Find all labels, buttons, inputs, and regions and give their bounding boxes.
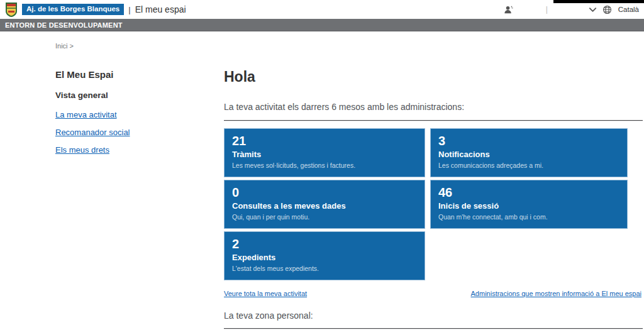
redaction-bar [553,0,644,3]
redacted-user-name [518,6,541,13]
user-separator: | [546,5,548,14]
tile-notificacions[interactable]: 3 Notificacions Les comunicacions adreça… [430,128,628,177]
header-separator: | [128,5,130,14]
language-selector[interactable]: Català [618,6,639,13]
sidebar-item-la-meva-activitat[interactable]: La meva activitat [55,110,206,119]
app-title: El meu espai [135,4,186,14]
org-badge[interactable]: Aj. de les Borges Blanques [22,4,124,16]
tile-inicis-sessio[interactable]: 46 Inicis de sessió Quan m'he connectat,… [430,180,628,229]
tile-description: Quan m'he connectat, amb qui i com. [438,213,619,221]
tile-title: Consultes a les meves dades [232,201,417,212]
tile-count: 21 [232,133,417,149]
tile-description: Les comunicacions adreçades a mi. [438,162,619,169]
coat-of-arms-icon [5,2,18,17]
redacted-user-id [553,6,583,13]
sidebar-title: El Meu Espai [55,69,206,80]
tile-consultes[interactable]: 0 Consultes a les meves dades Qui, quan … [224,180,425,229]
main-content: Hola La teva activitat els darrers 6 mes… [224,66,643,330]
sidebar-item-els-meus-drets[interactable]: Els meus drets [55,145,206,155]
sidebar: El Meu Espai Vista general La meva activ… [55,69,206,163]
top-header: Aj. de les Borges Blanques | El meu espa… [0,0,644,19]
page-title: Hola [224,69,643,85]
globe-icon[interactable] [602,5,612,14]
tile-count: 2 [232,236,417,252]
link-veure-activitat[interactable]: Veure tota la meva activitat [224,290,307,297]
tile-count: 0 [232,185,417,201]
user-icon [504,5,513,14]
activity-intro-text: La teva activitat els darrers 6 mesos am… [224,102,643,112]
tile-title: Tràmits [232,150,417,160]
chevron-down-icon[interactable] [588,5,597,14]
link-administracions[interactable]: Administracions que mostren informació a… [471,290,641,297]
tile-tramits[interactable]: 21 Tràmits Les meves sol·licituds, gesti… [224,128,425,177]
tile-title: Inicis de sessió [438,201,619,212]
tile-expedients[interactable]: 2 Expedients L'estat dels meus expedient… [224,231,425,280]
personal-zone-intro-text: La teva zona personal: [224,311,643,321]
tile-description: Qui, quan i per quin motiu. [232,213,417,221]
tile-count: 3 [438,133,619,149]
tile-title: Expedients [232,253,417,263]
tile-description: L'estat dels meus expedients. [232,265,417,272]
sidebar-item-recomanador-social[interactable]: Recomanador social [55,128,206,137]
environment-bar: ENTORN DE DESENVOLUPAMENT [0,19,644,31]
header-right-group: | Català [504,5,639,14]
breadcrumb[interactable]: Inici > [55,42,74,50]
environment-bar-label: ENTORN DE DESENVOLUPAMENT [5,21,123,29]
section-divider [224,328,643,329]
tile-title: Notificacions [438,150,619,160]
section-divider [224,120,643,121]
activity-tiles-grid: 21 Tràmits Les meves sol·licituds, gesti… [224,128,628,280]
tile-description: Les meves sol·licituds, gestions i factu… [232,162,417,169]
sidebar-item-vista-general[interactable]: Vista general [55,91,206,100]
tile-count: 46 [438,185,619,201]
activity-links-row: Veure tota la meva activitat Administrac… [224,290,641,297]
